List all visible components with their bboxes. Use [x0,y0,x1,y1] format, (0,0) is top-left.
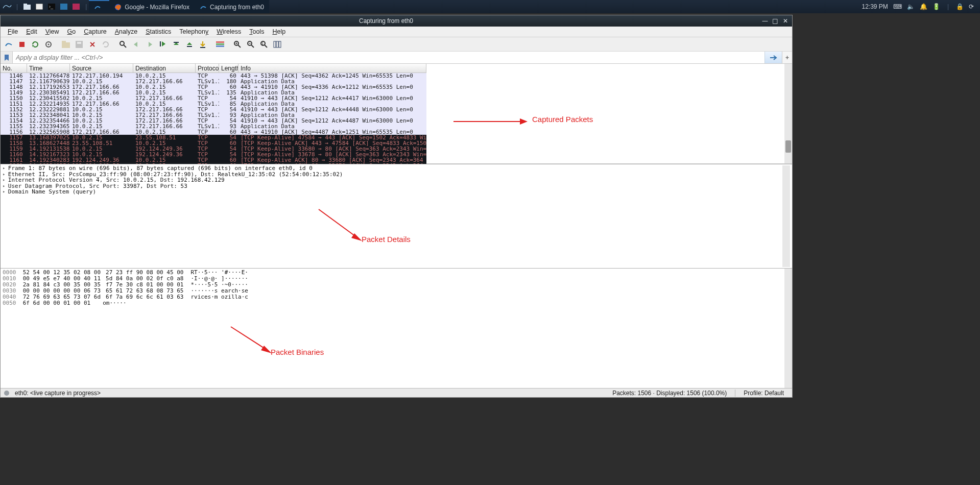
filter-add-button[interactable]: + [782,52,792,63]
packet-row[interactable]: 114612.112766478172.217.160.19410.0.2.15… [1,73,426,79]
svg-rect-23 [216,45,224,47]
zoom-reset-icon[interactable]: 1 [258,39,270,50]
menu-telephony[interactable]: Telephony [175,27,212,36]
filter-apply-button[interactable] [764,52,782,63]
packet-row[interactable]: 115813.16862744823.55.108.5110.0.2.15TCP… [1,140,426,146]
lock-icon[interactable]: 🔒 [956,3,964,10]
menu-capture[interactable]: Capture [80,27,110,36]
colorize-icon[interactable] [214,39,226,50]
menu-file[interactable]: File [4,27,22,36]
display-filter-input[interactable] [13,52,764,63]
packet-row[interactable]: 116114.192340283192.124.249.3610.0.2.15T… [1,157,426,163]
stop-capture-icon[interactable] [16,39,28,50]
packet-row[interactable]: 115012.23041550210.0.2.15172.217.166.66T… [1,95,426,101]
metasploit-icon[interactable] [71,2,81,11]
status-profile[interactable]: Profile: Default [735,390,792,397]
minimize-button[interactable]: — [761,17,769,25]
clock[interactable]: 12:39 PM [862,3,888,10]
goto-packet-icon[interactable] [157,39,169,50]
packet-row[interactable]: 115312.23234804110.0.2.15172.217.166.66T… [1,112,426,118]
close-file-icon[interactable] [86,39,99,50]
column-destination[interactable]: Destination [133,64,196,72]
kali-square-icon[interactable] [59,2,69,11]
resize-columns-icon[interactable] [271,39,283,50]
open-file-icon[interactable] [60,39,72,50]
restart-capture-icon[interactable] [29,39,41,50]
start-capture-icon[interactable] [3,39,15,50]
taskbar-task-firefox[interactable]: Google - Mozilla Firefox [109,0,195,13]
taskbar-task-wireshark[interactable] [89,0,109,13]
packet-row[interactable]: 115713.16839702510.0.2.1523.55.108.51TCP… [1,135,426,140]
menu-view[interactable]: View [41,27,63,36]
files2-icon[interactable] [34,2,44,11]
packet-row[interactable]: 114812.117192653172.217.166.6610.0.2.15T… [1,84,426,90]
capture-options-icon[interactable] [42,39,55,50]
maximize-button[interactable]: □ [772,17,779,25]
menu-wireless[interactable]: Wireless [212,27,245,36]
hex-line[interactable]: 0050 6f 6d 00 00 01 00 01om····· [3,300,782,306]
taskbar-task-label: Capturing from eth0 [210,4,264,11]
svg-point-38 [4,391,9,396]
menu-help[interactable]: Help [268,27,290,36]
go-back-icon[interactable] [130,39,142,50]
find-packet-icon[interactable] [117,39,129,50]
taskbar-task-capture[interactable]: Capturing from eth0 [195,0,269,13]
detail-tree-item[interactable]: Frame 1: 87 bytes on wire (696 bits), 87… [3,165,782,172]
packet-list-scrollbar[interactable] [784,64,792,163]
battery-icon[interactable]: 🔋 [933,3,940,10]
zoom-in-icon[interactable] [231,39,244,50]
packet-row[interactable]: 115212.23222988110.0.2.15172.217.166.66T… [1,107,426,112]
kali-menu-icon[interactable] [2,2,12,11]
menu-statistics[interactable]: Statistics [141,27,175,36]
notification-icon[interactable]: 🔔 [920,3,927,10]
column-source[interactable]: Source [70,64,133,72]
column-length[interactable]: Length [219,64,238,72]
go-forward-icon[interactable] [144,39,156,50]
details-scrollbar[interactable] [782,165,790,267]
taskbar-task-label: Google - Mozilla Firefox [125,4,189,11]
svg-point-10 [48,43,50,45]
status-left: eth0: <live capture in progress> [13,390,604,397]
window-titlebar[interactable]: Capturing from eth0 — □ ✕ [1,15,792,27]
detail-tree-item[interactable]: Internet Protocol Version 4, Src: 10.0.2… [3,177,782,183]
column-protocol[interactable]: Protocol [196,64,219,72]
column-info[interactable]: Info [238,64,426,72]
column-number[interactable]: No. [1,64,27,72]
column-time[interactable]: Time [27,64,70,72]
zoom-out-icon[interactable] [245,39,257,50]
packet-row[interactable]: 114712.11679063910.0.2.15172.217.166.66T… [1,79,426,84]
filter-bookmark-icon[interactable] [1,52,13,63]
packet-row[interactable]: 116014.19216732310.0.2.15192.124.249.36T… [1,152,426,157]
menu-go[interactable]: Go [63,27,80,36]
detail-tree-item[interactable]: User Datagram Protocol, Src Port: 33987,… [3,183,782,189]
go-first-icon[interactable] [170,39,182,50]
packet-row[interactable]: 115512.23239436510.0.2.15172.217.166.66T… [1,124,426,129]
hex-scrollbar[interactable] [784,269,792,388]
packet-row[interactable]: 115914.19213153810.0.2.15192.124.249.36T… [1,146,426,152]
wireshark-window: Capturing from eth0 — □ ✕ File Edit View… [0,15,793,398]
go-last-icon[interactable] [183,39,196,50]
svg-point-15 [120,41,124,45]
power-icon[interactable]: ⟳ [969,3,974,10]
svg-rect-19 [187,46,192,47]
files-icon[interactable] [22,2,32,11]
menu-analyze[interactable]: Analyze [111,27,141,36]
menu-tools[interactable]: Tools [245,27,268,36]
packet-row[interactable]: 114912.230385491172.217.166.6610.0.2.15T… [1,90,426,95]
expert-info-icon[interactable] [1,390,13,396]
save-file-icon[interactable] [73,39,85,50]
packet-row[interactable]: 115112.232214935172.217.166.6610.0.2.15T… [1,101,426,107]
autoscroll-icon[interactable] [197,39,209,50]
packet-row[interactable]: 116214.192340354192.124.249.3610.0.2.15T… [1,163,426,164]
svg-rect-12 [62,41,66,43]
terminal-icon[interactable]: ›_ [46,2,57,11]
keyboard-icon[interactable]: ⌨ [893,3,902,10]
close-button[interactable]: ✕ [782,17,789,25]
packet-row[interactable]: 115612.232565908172.217.166.6610.0.2.15T… [1,129,426,135]
packet-list-header[interactable]: No. Time Source Destination Protocol Len… [1,64,426,73]
detail-tree-item[interactable]: Domain Name System (query) [3,189,782,195]
packet-row[interactable]: 115412.23235446610.0.2.15172.217.166.66T… [1,118,426,124]
volume-icon[interactable]: 🔈 [907,3,915,10]
reload-icon[interactable] [100,39,112,50]
menu-edit[interactable]: Edit [22,27,41,36]
